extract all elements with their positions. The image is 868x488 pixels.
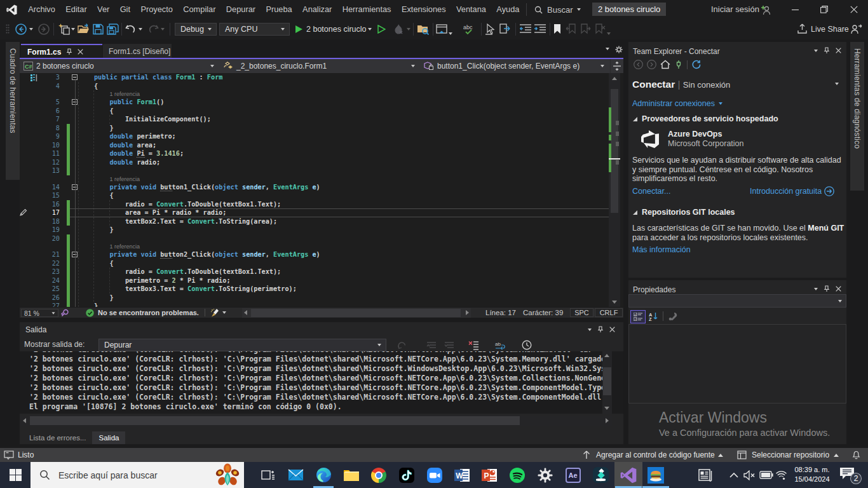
feedback-icon[interactable]: [850, 24, 862, 35]
symbol-lookup-icon[interactable]: [61, 309, 69, 317]
line-ending-indicator[interactable]: CRLF: [595, 308, 623, 317]
problems-status-text[interactable]: No se encontraron problemas.: [98, 308, 199, 318]
open-file-button[interactable]: [78, 24, 90, 35]
increase-indent-icon[interactable]: [534, 24, 546, 35]
notifications-bell-icon[interactable]: [852, 450, 860, 460]
sign-in-user-icon[interactable]: [760, 4, 771, 15]
section-local-git[interactable]: Repositorios GIT locales: [632, 208, 735, 217]
notification-center-icon[interactable]: 2: [837, 466, 863, 484]
scroll-down-icon[interactable]: [604, 407, 609, 410]
output-source-dropdown[interactable]: Depurar: [98, 339, 386, 351]
manage-connections-link[interactable]: Administrar conexiones: [632, 99, 722, 108]
close-tab-icon[interactable]: [78, 49, 83, 55]
menu-git[interactable]: Git: [114, 0, 135, 19]
menu-editar[interactable]: Editar: [60, 0, 92, 19]
solution-configuration-dropdown[interactable]: Debug: [175, 23, 217, 36]
close-button[interactable]: [839, 0, 868, 19]
timestamp-clock-icon[interactable]: [522, 340, 532, 350]
new-project-button[interactable]: [58, 24, 71, 35]
taskbar-icon-file-explorer[interactable]: [337, 462, 365, 488]
start-debug-icon[interactable]: [295, 25, 303, 34]
save-all-button[interactable]: [107, 24, 119, 35]
taskbar-icon-after-effects[interactable]: Ae: [559, 462, 587, 488]
hot-reload-caret-icon[interactable]: [407, 28, 410, 30]
breakpoint-margin[interactable]: [20, 166, 29, 175]
menu-proyecto[interactable]: Proyecto: [135, 0, 178, 19]
team-pin-icon[interactable]: [824, 47, 830, 54]
bookmark-icon[interactable]: [553, 24, 561, 34]
code-line-8[interactable]: 8}: [20, 124, 623, 133]
output-menu-caret-icon[interactable]: [588, 329, 592, 331]
breakpoint-margin[interactable]: [20, 191, 29, 200]
more-info-link[interactable]: Más información: [632, 245, 691, 254]
taskbar-icon-burger-game[interactable]: [642, 462, 670, 488]
breakpoint-margin[interactable]: [20, 149, 29, 158]
properties-object-dropdown[interactable]: [628, 294, 846, 308]
team-forward-icon[interactable]: [647, 60, 656, 69]
code-line-19[interactable]: 19}: [20, 226, 623, 234]
feedback-bubble-icon[interactable]: [4, 451, 14, 460]
menu-ver[interactable]: Ver: [92, 0, 115, 19]
minimize-button[interactable]: [781, 0, 810, 19]
breakpoint-margin[interactable]: [20, 268, 29, 276]
code-line-13[interactable]: 13: [20, 166, 623, 175]
redo-button[interactable]: [147, 24, 159, 35]
code-line-23[interactable]: 23radio = Convert.ToDouble(textBox1.Text…: [20, 268, 623, 276]
live-share-label[interactable]: Live Share: [811, 19, 849, 39]
start-button[interactable]: [0, 462, 31, 488]
menu-analizar[interactable]: Analizar: [297, 0, 337, 19]
pin-icon[interactable]: [66, 48, 72, 55]
taskbar-icon-task-view[interactable]: [254, 462, 282, 488]
code-cleanup-broom-icon[interactable]: [210, 308, 220, 318]
breakpoint-margin[interactable]: [20, 226, 29, 234]
taskbar-icon-powerpoint[interactable]: P: [476, 462, 504, 488]
alphabetical-view-button[interactable]: A Z: [646, 310, 660, 322]
menu-herramientas[interactable]: Herramientas: [337, 0, 397, 19]
breakpoint-margin[interactable]: [20, 183, 29, 192]
scrollbar-up-arrow[interactable]: [609, 74, 620, 83]
team-home-icon[interactable]: [660, 60, 670, 69]
code-line-5[interactable]: 5public Form1(): [20, 98, 623, 107]
code-line-9[interactable]: 9double perimetro;: [20, 132, 623, 141]
code-line-20[interactable]: 20: [20, 234, 623, 243]
props-pin-icon[interactable]: [824, 285, 830, 292]
news-interests-icon[interactable]: [698, 462, 714, 488]
code-line-18[interactable]: 18textBox2.Text = Convert.ToString(area)…: [20, 217, 623, 226]
scroll-left-icon[interactable]: [244, 310, 247, 315]
breakpoint-margin[interactable]: [20, 217, 29, 226]
menu-extensiones[interactable]: Extensiones: [397, 0, 451, 19]
breakpoint-margin[interactable]: [20, 107, 29, 116]
toolbar-drag-handle[interactable]: [6, 24, 10, 34]
taskbar-icon-visual-studio[interactable]: [614, 462, 642, 488]
navbar-project-dropdown[interactable]: C# 2 botones ciruclo: [20, 59, 219, 73]
code-line-3[interactable]: 3public partial class Form1 : Form: [20, 73, 623, 82]
code-line-24[interactable]: 24perimetro = 2 * Pi * radio;: [20, 276, 623, 285]
team-back-icon[interactable]: [634, 60, 643, 69]
search-menu[interactable]: Buscar: [534, 0, 581, 19]
menu-archivo[interactable]: Archivo: [23, 0, 60, 19]
home-window-caret-icon[interactable]: [449, 32, 452, 35]
volume-muted-icon[interactable]: [743, 462, 756, 488]
solution-platform-dropdown[interactable]: Any CPU: [219, 23, 290, 36]
redo-caret-icon[interactable]: [161, 28, 165, 30]
refresh-icon[interactable]: [691, 60, 701, 69]
menu-depurar[interactable]: Depurar: [221, 0, 261, 19]
code-line-16[interactable]: 16radio = Convert.ToDouble(textBox1.Text…: [20, 200, 623, 209]
connect-heading-caret-icon[interactable]: [835, 83, 839, 85]
taskbar-icon-word[interactable]: W: [448, 462, 476, 488]
menu-ventana[interactable]: Ventana: [451, 0, 491, 19]
insert-mode-indicator[interactable]: SPC: [570, 308, 593, 317]
scroll-right-icon[interactable]: [466, 310, 469, 315]
output-vscroll-thumb[interactable]: [603, 367, 611, 395]
output-horizontal-scrollbar[interactable]: [20, 416, 612, 426]
tab-options-gear-icon[interactable]: [615, 46, 623, 53]
scroll-right-icon[interactable]: [606, 418, 609, 423]
add-to-source-control-label[interactable]: Agregar al control de código fuente: [596, 448, 715, 462]
breakpoint-margin[interactable]: [20, 73, 29, 82]
code-editor[interactable]: 3public partial class Form1 : Form4{1 re…: [20, 73, 623, 307]
props-menu-caret-icon[interactable]: [814, 288, 818, 290]
codelens-row[interactable]: 1 referencia: [20, 90, 623, 98]
sign-in-link[interactable]: Iniciar sesión: [711, 0, 759, 19]
menu-compilar[interactable]: Compilar: [178, 0, 221, 19]
code-line-7[interactable]: 7InitializeComponent();: [20, 115, 623, 124]
